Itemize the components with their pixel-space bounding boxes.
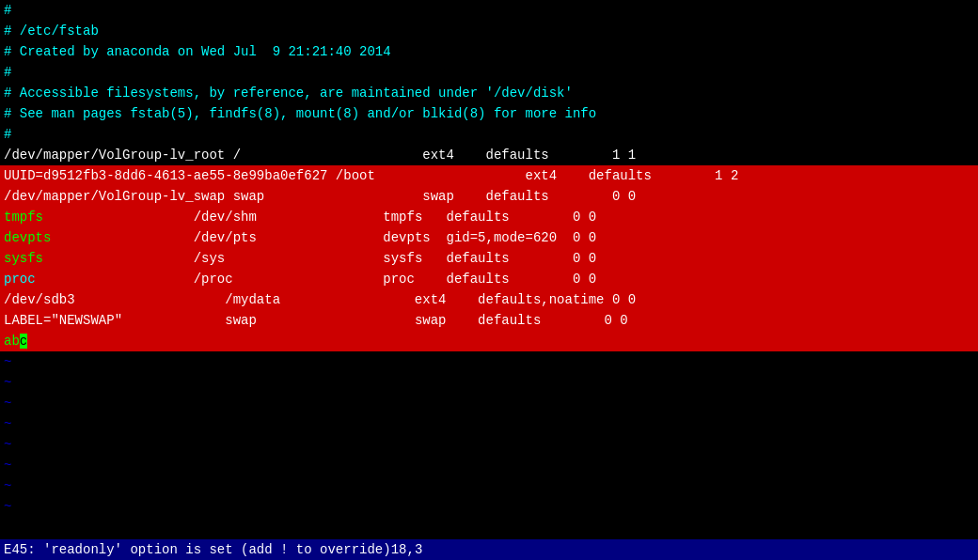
vim-editor: # # /etc/fstab # Created by anaconda on … [0,0,978,560]
line-8: /dev/mapper/VolGroup-lv_root / ext4 defa… [0,145,978,165]
line-14: proc /proc proc defaults 0 0 [0,269,978,289]
tilde-1: ~ [0,351,978,372]
tilde-4: ~ [0,413,978,434]
line-3: # Created by anaconda on Wed Jul 9 21:21… [0,41,978,62]
tilde-3: ~ [0,393,978,413]
line-4: # [0,62,978,83]
tilde-7: ~ [0,475,978,496]
line-9: UUID=d9512fb3-8dd6-4613-ae55-8e99ba0ef62… [0,165,978,186]
tilde-8: ~ [0,496,978,517]
line-1: # [0,0,978,21]
status-bar: E45: 'readonly' option is set (add ! to … [0,539,978,560]
line-7: # [0,124,978,145]
status-message: E45: 'readonly' option is set (add ! to … [4,542,391,557]
line-12: devpts /dev/pts devpts gid=5,mode=620 0 … [0,227,978,248]
editor-content: # # /etc/fstab # Created by anaconda on … [0,0,978,539]
line-13: sysfs /sys sysfs defaults 0 0 [0,248,978,269]
tilde-6: ~ [0,455,978,475]
line-2: # /etc/fstab [0,21,978,41]
tilde-5: ~ [0,434,978,455]
line-11: tmpfs /dev/shm tmpfs defaults 0 0 [0,207,978,227]
line-16: LABEL="NEWSWAP" swap swap defaults 0 0 [0,310,978,331]
line-10: /dev/mapper/VolGroup-lv_swap swap swap d… [0,186,978,207]
cursor-position: 18,3 [391,542,423,557]
tilde-2: ~ [0,372,978,393]
status-position-mode: 18,3 All [391,542,978,557]
line-5: # Accessible filesystems, by reference, … [0,83,978,103]
cursor: c [20,334,27,349]
line-6: # See man pages fstab(5), findfs(8), mou… [0,103,978,124]
line-17: abc [0,331,978,351]
line-15: /dev/sdb3 /mydata ext4 defaults,noatime … [0,289,978,310]
